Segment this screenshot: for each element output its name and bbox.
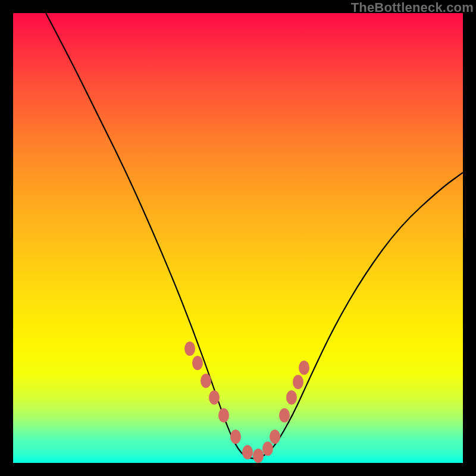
highlight-dot [286,390,297,405]
highlight-dot [201,374,211,388]
highlight-dot [242,445,253,459]
highlight-dot [279,408,290,422]
curve-path-group [46,13,463,459]
highlight-dot [270,430,280,444]
highlight-dot [192,356,203,370]
bottleneck-curve [46,13,463,459]
highlight-dot [184,342,195,356]
highlight-dot [230,430,241,444]
highlight-dot [262,441,273,456]
plot-frame [13,13,463,463]
highlight-dot [253,449,264,463]
watermark-text: TheBottleneck.com [351,0,474,15]
highlight-dot [209,390,220,405]
curve-svg [13,13,463,463]
highlight-dot [299,361,309,375]
highlight-dot [293,375,303,389]
highlight-dot [218,408,229,422]
